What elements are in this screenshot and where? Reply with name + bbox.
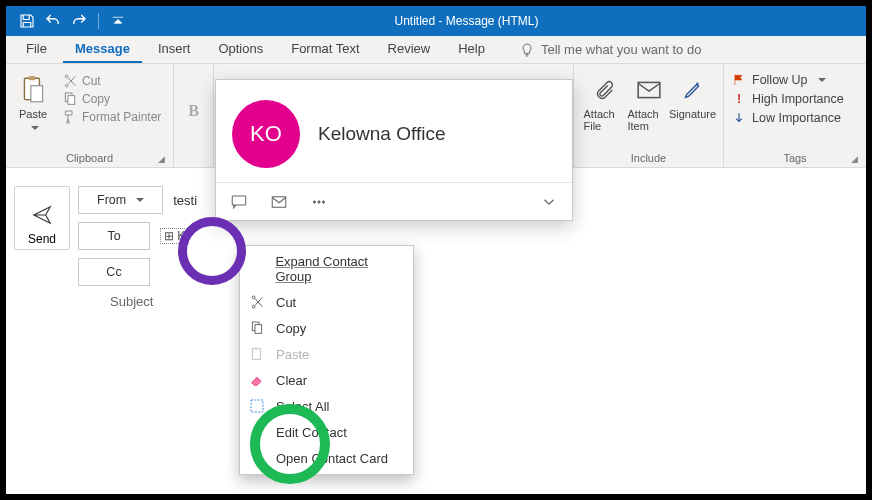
svg-rect-12 [255,325,262,334]
svg-rect-13 [252,349,260,360]
svg-rect-5 [638,82,660,97]
high-importance-button[interactable]: ! High Importance [730,91,846,107]
select-all-icon [249,398,265,414]
paste-button[interactable]: Paste [12,68,54,134]
undo-icon[interactable] [44,12,62,30]
ctx-edit-contact[interactable]: Edit Contact [240,419,413,445]
contact-card-popover: KO Kelowna Office [215,79,573,221]
svg-point-9 [318,200,320,202]
svg-point-10 [322,200,324,202]
from-button[interactable]: From [78,186,163,214]
context-menu: Expand Contact Group Cut Copy Paste Clea… [239,245,414,475]
ctx-copy[interactable]: Copy [240,315,413,341]
eraser-icon [249,372,265,388]
group-label-clipboard: Clipboard [66,152,113,164]
subject-label: Subject [110,294,153,309]
tab-file[interactable]: File [14,36,59,63]
ctx-cut[interactable]: Cut [240,289,413,315]
flag-icon [732,73,746,87]
attach-file-button[interactable]: Attach File [584,68,626,132]
dialog-launcher-icon[interactable]: ◢ [158,154,165,164]
tab-options[interactable]: Options [206,36,275,63]
more-icon[interactable] [310,193,328,211]
follow-up-button[interactable]: Follow Up [730,72,828,88]
tab-review[interactable]: Review [376,36,443,63]
chat-icon[interactable] [230,193,248,211]
tab-message[interactable]: Message [63,36,142,63]
envelope-icon [636,79,662,101]
qat-customize-icon[interactable] [109,12,127,30]
format-painter-button[interactable]: Format Painter [60,108,163,126]
scissors-icon [62,73,78,89]
ctx-select-all[interactable]: Select All [240,393,413,419]
mail-icon[interactable] [270,193,288,211]
svg-rect-7 [272,196,286,207]
paste-icon [249,346,265,362]
chevron-down-icon[interactable] [540,193,558,211]
cc-button[interactable]: Cc [78,258,150,286]
svg-rect-6 [232,196,246,205]
tab-format-text[interactable]: Format Text [279,36,371,63]
signature-button[interactable]: Signature [672,68,714,120]
attach-item-button[interactable]: Attach Item [628,68,670,132]
bold-button[interactable]: B [188,102,199,120]
paintbrush-icon [62,109,78,125]
cut-button[interactable]: Cut [60,72,163,90]
send-button[interactable]: Send [14,186,70,250]
ctx-clear[interactable]: Clear [240,367,413,393]
dialog-launcher-icon[interactable]: ◢ [851,154,858,164]
scissors-icon [249,294,265,310]
copy-button[interactable]: Copy [60,90,163,108]
to-button[interactable]: To [78,222,150,250]
ctx-paste: Paste [240,341,413,367]
lightbulb-icon [519,42,535,58]
exclamation-icon: ! [732,92,746,106]
save-icon[interactable] [18,12,36,30]
group-label-tags: Tags [783,152,806,164]
chevron-down-icon [27,122,39,134]
ctx-expand-contact-group[interactable]: Expand Contact Group [240,249,413,289]
svg-rect-4 [68,96,75,105]
svg-rect-15 [251,400,263,412]
from-value: testi [173,193,197,208]
pen-icon [682,78,704,102]
send-icon [31,204,53,226]
svg-rect-1 [29,76,35,80]
title-bar: Untitled - Message (HTML) [6,6,866,36]
copy-icon [62,91,78,107]
to-recipient-chip[interactable]: ⊞ K [160,228,189,244]
copy-icon [249,320,265,336]
chevron-down-icon [132,193,144,207]
svg-rect-14 [254,347,258,350]
svg-rect-2 [31,86,43,102]
low-importance-button[interactable]: Low Importance [730,110,843,126]
contact-name: Kelowna Office [318,123,445,145]
arrow-down-icon [732,111,746,125]
paperclip-icon [594,77,616,103]
redo-icon[interactable] [70,12,88,30]
chevron-down-icon [814,73,826,87]
group-label-include: Include [580,152,717,167]
avatar: KO [232,100,300,168]
ctx-open-contact-card[interactable]: Open Contact Card [240,445,413,471]
tab-insert[interactable]: Insert [146,36,203,63]
tab-help[interactable]: Help [446,36,497,63]
ribbon-tabs: File Message Insert Options Format Text … [6,36,866,64]
tell-me-search[interactable]: Tell me what you want to do [501,36,701,63]
window-title: Untitled - Message (HTML) [127,14,866,28]
svg-point-8 [313,200,315,202]
